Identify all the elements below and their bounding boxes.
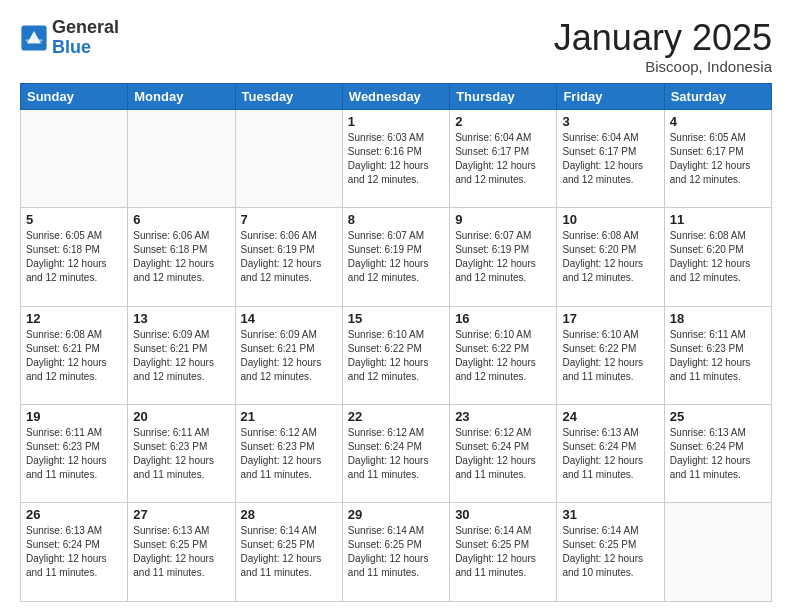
svg-rect-2	[26, 39, 43, 41]
calendar-cell: 28Sunrise: 6:14 AM Sunset: 6:25 PM Dayli…	[235, 503, 342, 602]
day-info: Sunrise: 6:13 AM Sunset: 6:24 PM Dayligh…	[562, 426, 658, 482]
day-number: 1	[348, 114, 444, 129]
calendar-cell: 26Sunrise: 6:13 AM Sunset: 6:24 PM Dayli…	[21, 503, 128, 602]
day-number: 3	[562, 114, 658, 129]
day-info: Sunrise: 6:14 AM Sunset: 6:25 PM Dayligh…	[562, 524, 658, 580]
calendar-cell: 2Sunrise: 6:04 AM Sunset: 6:17 PM Daylig…	[450, 109, 557, 207]
day-number: 24	[562, 409, 658, 424]
weekday-header-row: SundayMondayTuesdayWednesdayThursdayFrid…	[21, 83, 772, 109]
day-number: 20	[133, 409, 229, 424]
day-info: Sunrise: 6:14 AM Sunset: 6:25 PM Dayligh…	[348, 524, 444, 580]
calendar-cell: 1Sunrise: 6:03 AM Sunset: 6:16 PM Daylig…	[342, 109, 449, 207]
calendar-cell: 21Sunrise: 6:12 AM Sunset: 6:23 PM Dayli…	[235, 405, 342, 503]
logo-text: General Blue	[52, 18, 119, 58]
calendar-cell: 19Sunrise: 6:11 AM Sunset: 6:23 PM Dayli…	[21, 405, 128, 503]
day-number: 30	[455, 507, 551, 522]
page: General Blue January 2025 Biscoop, Indon…	[0, 0, 792, 612]
calendar-cell: 7Sunrise: 6:06 AM Sunset: 6:19 PM Daylig…	[235, 208, 342, 306]
day-info: Sunrise: 6:05 AM Sunset: 6:17 PM Dayligh…	[670, 131, 766, 187]
day-info: Sunrise: 6:09 AM Sunset: 6:21 PM Dayligh…	[241, 328, 337, 384]
calendar-cell	[664, 503, 771, 602]
day-info: Sunrise: 6:14 AM Sunset: 6:25 PM Dayligh…	[455, 524, 551, 580]
calendar-cell: 5Sunrise: 6:05 AM Sunset: 6:18 PM Daylig…	[21, 208, 128, 306]
calendar-cell: 14Sunrise: 6:09 AM Sunset: 6:21 PM Dayli…	[235, 306, 342, 404]
day-info: Sunrise: 6:06 AM Sunset: 6:18 PM Dayligh…	[133, 229, 229, 285]
day-number: 27	[133, 507, 229, 522]
day-number: 4	[670, 114, 766, 129]
day-number: 23	[455, 409, 551, 424]
calendar-table: SundayMondayTuesdayWednesdayThursdayFrid…	[20, 83, 772, 602]
day-number: 28	[241, 507, 337, 522]
calendar-week-1: 1Sunrise: 6:03 AM Sunset: 6:16 PM Daylig…	[21, 109, 772, 207]
calendar-cell: 24Sunrise: 6:13 AM Sunset: 6:24 PM Dayli…	[557, 405, 664, 503]
calendar-cell: 17Sunrise: 6:10 AM Sunset: 6:22 PM Dayli…	[557, 306, 664, 404]
calendar-cell: 31Sunrise: 6:14 AM Sunset: 6:25 PM Dayli…	[557, 503, 664, 602]
day-number: 16	[455, 311, 551, 326]
day-info: Sunrise: 6:04 AM Sunset: 6:17 PM Dayligh…	[455, 131, 551, 187]
day-number: 10	[562, 212, 658, 227]
day-number: 2	[455, 114, 551, 129]
day-number: 21	[241, 409, 337, 424]
calendar-week-2: 5Sunrise: 6:05 AM Sunset: 6:18 PM Daylig…	[21, 208, 772, 306]
calendar-cell	[128, 109, 235, 207]
day-info: Sunrise: 6:13 AM Sunset: 6:24 PM Dayligh…	[26, 524, 122, 580]
month-title: January 2025	[554, 18, 772, 58]
day-number: 14	[241, 311, 337, 326]
calendar-week-5: 26Sunrise: 6:13 AM Sunset: 6:24 PM Dayli…	[21, 503, 772, 602]
day-info: Sunrise: 6:12 AM Sunset: 6:24 PM Dayligh…	[348, 426, 444, 482]
day-info: Sunrise: 6:13 AM Sunset: 6:25 PM Dayligh…	[133, 524, 229, 580]
calendar-cell: 25Sunrise: 6:13 AM Sunset: 6:24 PM Dayli…	[664, 405, 771, 503]
day-info: Sunrise: 6:11 AM Sunset: 6:23 PM Dayligh…	[670, 328, 766, 384]
day-number: 13	[133, 311, 229, 326]
calendar-cell: 9Sunrise: 6:07 AM Sunset: 6:19 PM Daylig…	[450, 208, 557, 306]
calendar-cell: 4Sunrise: 6:05 AM Sunset: 6:17 PM Daylig…	[664, 109, 771, 207]
calendar-cell: 23Sunrise: 6:12 AM Sunset: 6:24 PM Dayli…	[450, 405, 557, 503]
header: General Blue January 2025 Biscoop, Indon…	[20, 18, 772, 75]
day-info: Sunrise: 6:07 AM Sunset: 6:19 PM Dayligh…	[348, 229, 444, 285]
day-info: Sunrise: 6:11 AM Sunset: 6:23 PM Dayligh…	[133, 426, 229, 482]
weekday-header-thursday: Thursday	[450, 83, 557, 109]
day-number: 9	[455, 212, 551, 227]
day-number: 5	[26, 212, 122, 227]
day-number: 8	[348, 212, 444, 227]
day-info: Sunrise: 6:08 AM Sunset: 6:20 PM Dayligh…	[670, 229, 766, 285]
day-info: Sunrise: 6:10 AM Sunset: 6:22 PM Dayligh…	[455, 328, 551, 384]
location: Biscoop, Indonesia	[554, 58, 772, 75]
day-number: 18	[670, 311, 766, 326]
day-number: 25	[670, 409, 766, 424]
calendar-week-4: 19Sunrise: 6:11 AM Sunset: 6:23 PM Dayli…	[21, 405, 772, 503]
day-number: 12	[26, 311, 122, 326]
day-number: 19	[26, 409, 122, 424]
day-number: 11	[670, 212, 766, 227]
calendar-cell: 30Sunrise: 6:14 AM Sunset: 6:25 PM Dayli…	[450, 503, 557, 602]
day-info: Sunrise: 6:08 AM Sunset: 6:21 PM Dayligh…	[26, 328, 122, 384]
calendar-cell: 3Sunrise: 6:04 AM Sunset: 6:17 PM Daylig…	[557, 109, 664, 207]
calendar-cell: 15Sunrise: 6:10 AM Sunset: 6:22 PM Dayli…	[342, 306, 449, 404]
day-number: 6	[133, 212, 229, 227]
calendar-cell: 18Sunrise: 6:11 AM Sunset: 6:23 PM Dayli…	[664, 306, 771, 404]
calendar-cell: 11Sunrise: 6:08 AM Sunset: 6:20 PM Dayli…	[664, 208, 771, 306]
day-info: Sunrise: 6:13 AM Sunset: 6:24 PM Dayligh…	[670, 426, 766, 482]
day-number: 26	[26, 507, 122, 522]
day-info: Sunrise: 6:10 AM Sunset: 6:22 PM Dayligh…	[348, 328, 444, 384]
day-info: Sunrise: 6:08 AM Sunset: 6:20 PM Dayligh…	[562, 229, 658, 285]
day-number: 15	[348, 311, 444, 326]
calendar-cell: 8Sunrise: 6:07 AM Sunset: 6:19 PM Daylig…	[342, 208, 449, 306]
calendar-cell: 27Sunrise: 6:13 AM Sunset: 6:25 PM Dayli…	[128, 503, 235, 602]
day-info: Sunrise: 6:03 AM Sunset: 6:16 PM Dayligh…	[348, 131, 444, 187]
weekday-header-friday: Friday	[557, 83, 664, 109]
weekday-header-sunday: Sunday	[21, 83, 128, 109]
day-info: Sunrise: 6:14 AM Sunset: 6:25 PM Dayligh…	[241, 524, 337, 580]
day-number: 17	[562, 311, 658, 326]
calendar-cell: 20Sunrise: 6:11 AM Sunset: 6:23 PM Dayli…	[128, 405, 235, 503]
logo-general: General	[52, 18, 119, 38]
logo: General Blue	[20, 18, 119, 58]
weekday-header-tuesday: Tuesday	[235, 83, 342, 109]
day-info: Sunrise: 6:10 AM Sunset: 6:22 PM Dayligh…	[562, 328, 658, 384]
calendar-week-3: 12Sunrise: 6:08 AM Sunset: 6:21 PM Dayli…	[21, 306, 772, 404]
day-info: Sunrise: 6:04 AM Sunset: 6:17 PM Dayligh…	[562, 131, 658, 187]
day-info: Sunrise: 6:06 AM Sunset: 6:19 PM Dayligh…	[241, 229, 337, 285]
day-number: 22	[348, 409, 444, 424]
calendar-cell	[21, 109, 128, 207]
calendar-cell: 16Sunrise: 6:10 AM Sunset: 6:22 PM Dayli…	[450, 306, 557, 404]
